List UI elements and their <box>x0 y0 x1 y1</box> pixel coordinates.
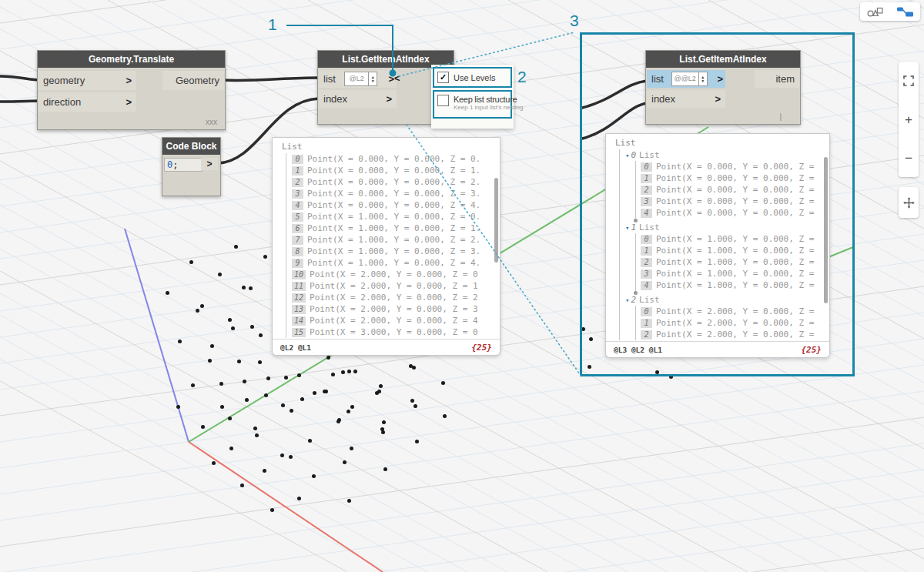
spinner-buttons[interactable]: ▲ ▼ <box>368 72 377 85</box>
sublist-header[interactable]: ▾0List <box>625 149 829 161</box>
code-block-editor[interactable]: 0; <box>164 158 203 172</box>
view-mode-switcher <box>860 2 920 21</box>
callout-2: 2 <box>517 68 527 86</box>
geometry-point <box>353 370 357 373</box>
output-port-item[interactable]: item <box>755 70 799 88</box>
geometry-point <box>300 397 304 401</box>
geometry-point <box>413 404 417 408</box>
keep-list-structure-checkbox[interactable] <box>437 95 449 106</box>
geometry-point <box>189 260 193 264</box>
geometry-preview-button[interactable] <box>861 2 890 21</box>
list-index-badge: 13 <box>292 305 306 314</box>
input-port-direction[interactable]: direction > <box>38 92 136 112</box>
level-spinner[interactable]: @L2 ▲ ▼ <box>344 72 377 86</box>
node-list-getitematindex-levels[interactable]: List.GetItemAtIndex list @@L2 ▲ ▼ > inde… <box>645 50 801 125</box>
geometry-point <box>210 344 214 348</box>
list-index-badge: 0 <box>292 155 303 164</box>
list-rows: 0Point(X = 0.000, Y = 0.000, Z = 0.1Poin… <box>286 153 500 338</box>
geometry-point <box>350 447 353 450</box>
collapse-arrow-icon[interactable]: ▾ <box>625 152 629 159</box>
node-geometry-translate[interactable]: Geometry.Translate geometry > direction … <box>37 50 226 130</box>
list-index-badge: 0 <box>641 162 652 172</box>
geometry-point <box>415 440 419 443</box>
geometry-point <box>347 370 351 373</box>
z-axis-blue <box>125 229 189 442</box>
input-port-list[interactable]: list @L2 ▲ ▼ > <box>319 70 397 88</box>
keep-list-structure-option[interactable]: Keep list structure Keep 1 input list's … <box>433 90 512 119</box>
geometry-point <box>228 416 232 420</box>
list-item: 12Point(X = 2.000, Y = 0.000, Z = 2 <box>292 292 500 303</box>
geometry-point <box>308 439 312 443</box>
node-title: Geometry.Translate <box>38 51 225 68</box>
geometry-point <box>231 326 235 330</box>
wire-geometry-to-list[interactable] <box>223 78 319 80</box>
geometry-point <box>410 399 414 403</box>
port-chevron-icon[interactable]: > <box>717 73 723 85</box>
levels-footer: @L2 @L1 <box>280 343 311 352</box>
geometry-point <box>341 370 345 374</box>
list-index-badge: 15 <box>292 328 306 337</box>
preview-bubble-nested[interactable]: List ▾0List0Point(X = 0.000, Y = 0.000, … <box>605 133 830 358</box>
list-item: 3Point(X = 0.000, Y = 0.000, Z = 3. <box>292 188 500 199</box>
level-spinner[interactable]: @@L2 ▲ ▼ <box>671 72 708 86</box>
collapse-arrow-icon[interactable]: ▾ <box>625 296 629 304</box>
sublist-rows: 0Point(X = 2.000, Y = 0.000, Z =1Point(X… <box>635 306 829 340</box>
output-port-geometry[interactable]: Geometry <box>162 71 224 90</box>
input-port-index[interactable]: index > <box>319 90 397 108</box>
zoom-in-button[interactable]: + <box>899 100 919 139</box>
item-count: {25} <box>472 343 493 353</box>
wire-into-geometry[interactable] <box>0 76 42 80</box>
list-item: 0Point(X = 0.000, Y = 0.000, Z = <box>641 161 829 172</box>
nested-list-rows: ▾0List0Point(X = 0.000, Y = 0.000, Z =1P… <box>619 149 829 340</box>
port-chevron-icon[interactable]: > <box>388 73 394 85</box>
list-index-badge: 2 <box>641 258 652 267</box>
sublist-header[interactable]: ▾1List <box>625 222 829 233</box>
spin-down-icon[interactable]: ▼ <box>701 79 705 83</box>
spin-down-icon[interactable]: ▼ <box>371 79 375 83</box>
list-index-badge: 4 <box>641 209 652 218</box>
list-index-badge: 2 <box>641 186 652 195</box>
list-item: 8Point(X = 1.000, Y = 0.000, Z = 3. <box>292 246 500 257</box>
zoom-out-button[interactable]: − <box>899 139 919 177</box>
list-item: 11Point(X = 2.000, Y = 0.000, Z = 1 <box>292 280 500 292</box>
list-index-badge: 8 <box>292 247 303 256</box>
spinner-buttons[interactable]: ▲ ▼ <box>698 72 707 85</box>
node-code-block[interactable]: Code Block 0; > <box>162 137 221 196</box>
geometry-point <box>249 286 253 290</box>
input-port-geometry[interactable]: geometry > <box>38 71 136 90</box>
input-port-index[interactable]: index > <box>647 90 725 108</box>
list-item: 1Point(X = 1.000, Y = 0.000, Z = <box>641 245 829 256</box>
levels-footer: @L3 @L2 @L1 <box>614 346 662 354</box>
output-port-codeblock[interactable]: > <box>201 158 218 170</box>
preview-bubble-flat[interactable]: List 0Point(X = 0.000, Y = 0.000, Z = 0.… <box>272 137 500 356</box>
list-index-badge: 11 <box>292 282 306 291</box>
geometry-point <box>196 309 199 313</box>
geometry-point <box>229 447 233 450</box>
use-levels-option[interactable]: ✓ Use Levels <box>433 67 512 88</box>
geometry-point <box>242 286 246 289</box>
list-index-badge: 3 <box>641 269 652 279</box>
geometry-point <box>297 497 301 500</box>
list-item: 0Point(X = 0.000, Y = 0.000, Z = 0. <box>292 153 500 165</box>
input-port-list-selected[interactable]: list @@L2 ▲ ▼ > <box>647 70 725 88</box>
port-label: list <box>651 73 664 85</box>
geometry-point <box>220 405 224 409</box>
pan-button[interactable] <box>899 187 919 218</box>
graph-view-icon <box>896 6 914 18</box>
scrollbar-thumb[interactable] <box>824 157 828 303</box>
zoom-toolbar: + − <box>899 62 919 177</box>
list-item: 14Point(X = 2.000, Y = 0.000, Z = 4 <box>292 315 500 326</box>
wire-into-direction[interactable] <box>0 101 42 102</box>
collapse-arrow-icon[interactable]: ▾ <box>625 224 629 232</box>
levels-collapse-chevron[interactable]: < <box>394 72 400 84</box>
use-levels-popup: ✓ Use Levels Keep list structure Keep 1 … <box>431 65 514 129</box>
sublist-header[interactable]: ▾2List <box>625 294 829 306</box>
list-item: 9Point(X = 1.000, Y = 0.000, Z = 4. <box>292 257 500 269</box>
list-item: 1Point(X = 0.000, Y = 0.000, Z = 1. <box>292 165 500 176</box>
geometry-point <box>253 426 257 430</box>
use-levels-checkbox[interactable]: ✓ <box>437 72 449 83</box>
scrollbar-thumb[interactable] <box>494 178 498 263</box>
fit-to-screen-button[interactable] <box>899 62 919 100</box>
list-item: 4Point(X = 1.000, Y = 0.000, Z = <box>641 279 829 291</box>
graph-view-button[interactable] <box>891 2 920 21</box>
